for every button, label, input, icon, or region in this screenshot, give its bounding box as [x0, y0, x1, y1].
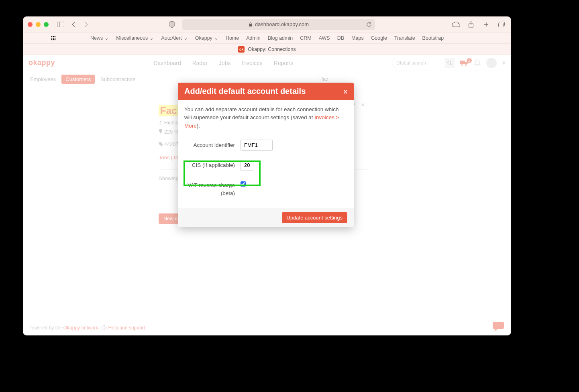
bookmark-item[interactable]: Admin	[246, 35, 260, 41]
bookmark-item[interactable]: Maps	[351, 35, 364, 41]
bookmarks-bar: News⌄ Miscellaneous⌄ AutoAlert⌄ Okappy⌄ …	[23, 32, 511, 44]
search-button[interactable]	[444, 58, 455, 68]
page-footer: Powered by the Okappy network | ⓘ Help a…	[29, 325, 145, 331]
url-text: dashboard.okappy.com	[255, 21, 309, 27]
svg-rect-17	[460, 61, 465, 64]
svg-point-11	[55, 37, 56, 39]
favicon: ok	[238, 46, 245, 53]
browser-titlebar: dashboard.okappy.com	[23, 16, 511, 32]
back-button[interactable]	[69, 20, 78, 29]
app-logo[interactable]: okappy	[29, 59, 55, 67]
reload-icon[interactable]	[366, 22, 372, 27]
tab-customers[interactable]: Customers	[61, 75, 95, 84]
close-window-button[interactable]	[28, 22, 33, 27]
notif-badge: 1	[467, 58, 472, 63]
bookmark-item[interactable]: Translate	[394, 35, 415, 41]
nav-jobs[interactable]: Jobs	[219, 60, 231, 66]
user-menu-caret-icon[interactable]: ▾	[502, 59, 506, 67]
browser-tab-title[interactable]: Okappy: Connections	[248, 47, 296, 52]
svg-rect-0	[57, 22, 64, 27]
chevron-down-icon: ⌄	[149, 35, 154, 41]
label-account-identifier: Account identifier	[184, 140, 235, 149]
svg-point-12	[51, 39, 53, 40]
bookmark-item[interactable]: AutoAlert⌄	[161, 35, 188, 41]
share-icon[interactable]	[466, 20, 476, 29]
cloud-icon[interactable]	[451, 20, 461, 29]
app-header: okappy Dashboard Radar Jobs Invoices Rep…	[23, 55, 511, 71]
info-icon: ⓘ	[102, 325, 107, 331]
footer-network-link[interactable]: Okappy network	[63, 325, 98, 331]
svg-point-10	[53, 37, 54, 39]
svg-point-6	[51, 36, 53, 37]
svg-point-19	[465, 64, 467, 66]
tab-employees[interactable]: Employees	[30, 76, 56, 82]
modal-header: Add/edit default account details x	[178, 83, 354, 100]
svg-rect-5	[499, 23, 504, 27]
svg-point-13	[53, 39, 54, 40]
traffic-lights	[28, 22, 49, 27]
url-bar[interactable]: dashboard.okappy.com	[182, 19, 375, 30]
label-vat-reverse: VAT reverse charge (beta)	[184, 180, 235, 198]
search-icon	[447, 61, 452, 65]
bookmark-item[interactable]: DB	[337, 35, 344, 41]
nav-dashboard[interactable]: Dashboard	[153, 60, 181, 66]
fullscreen-window-button[interactable]	[44, 22, 49, 27]
chevron-down-icon: ⌄	[214, 35, 218, 41]
footer-help-link[interactable]: Help and support	[108, 325, 145, 331]
checkbox-vat-reverse[interactable]	[241, 181, 246, 187]
app-nav: Dashboard Radar Jobs Invoices Reports	[153, 60, 294, 66]
chat-bubble-icon[interactable]	[493, 321, 504, 331]
input-cis[interactable]	[241, 160, 253, 171]
bookmark-item[interactable]: Google	[371, 35, 387, 41]
bell-icon[interactable]	[474, 59, 481, 67]
svg-rect-2	[249, 24, 252, 26]
row-account-identifier: Account identifier	[184, 140, 347, 151]
svg-point-9	[51, 37, 53, 39]
label-cis: CIS (If applicable)	[184, 160, 235, 169]
svg-point-20	[160, 121, 161, 122]
bookmark-item[interactable]: Okappy⌄	[195, 35, 218, 41]
sidebar-toggle-icon[interactable]	[56, 20, 65, 29]
chevron-down-icon: ⌄	[104, 35, 109, 41]
customer-name-highlight: Fac	[159, 105, 178, 116]
nav-reports[interactable]: Reports	[274, 60, 294, 66]
shield-icon[interactable]	[167, 20, 177, 29]
svg-point-8	[55, 36, 56, 37]
modal-close-button[interactable]: x	[344, 88, 347, 95]
new-tab-icon[interactable]	[481, 20, 491, 29]
bookmark-item[interactable]: AWS	[319, 35, 330, 41]
row-vat-reverse: VAT reverse charge (beta)	[184, 180, 347, 198]
update-account-settings-button[interactable]: Update account settings	[282, 212, 347, 223]
minimize-window-button[interactable]	[36, 22, 41, 27]
modal-footer: Update account settings	[178, 208, 354, 227]
card-menu-icon[interactable]: ⋮ ✕	[352, 102, 366, 108]
bookmark-item[interactable]: CRM	[300, 35, 311, 41]
chevron-down-icon: ⌄	[183, 35, 188, 41]
nav-invoices[interactable]: Invoices	[242, 60, 262, 66]
bookmark-item[interactable]: Bootstrap	[422, 35, 444, 41]
bookmark-item[interactable]: Home	[226, 35, 239, 41]
app-content: okappy Dashboard Radar Jobs Invoices Rep…	[23, 55, 511, 335]
jobs-notif-icon[interactable]: 1	[460, 60, 469, 66]
header-icons: 1 ▾	[460, 58, 506, 68]
input-account-identifier[interactable]	[241, 140, 273, 151]
svg-point-14	[55, 39, 56, 40]
bookmark-item[interactable]: Miscellaneous⌄	[116, 35, 154, 41]
lock-icon	[249, 22, 253, 27]
user-avatar[interactable]	[486, 58, 497, 68]
apps-grid-icon[interactable]	[51, 36, 56, 41]
forward-button[interactable]	[82, 20, 91, 29]
tab-subcontractors[interactable]: Subcontractors	[100, 76, 135, 82]
svg-line-16	[451, 64, 452, 65]
link-jobs[interactable]: Jobs	[159, 154, 169, 160]
modal-body: You can add separate account details for…	[178, 100, 354, 208]
nav-radar[interactable]: Radar	[192, 60, 208, 66]
bookmark-item[interactable]: Blog admin	[268, 35, 293, 41]
safari-window: dashboard.okappy.com News⌄ Mi	[23, 16, 511, 335]
account-details-modal: Add/edit default account details x You c…	[178, 83, 354, 227]
modal-title: Add/edit default account details	[184, 87, 306, 96]
svg-point-7	[53, 36, 54, 37]
tab-overview-icon[interactable]	[497, 20, 506, 29]
bookmark-item[interactable]: News⌄	[90, 35, 109, 41]
svg-point-15	[448, 61, 451, 64]
